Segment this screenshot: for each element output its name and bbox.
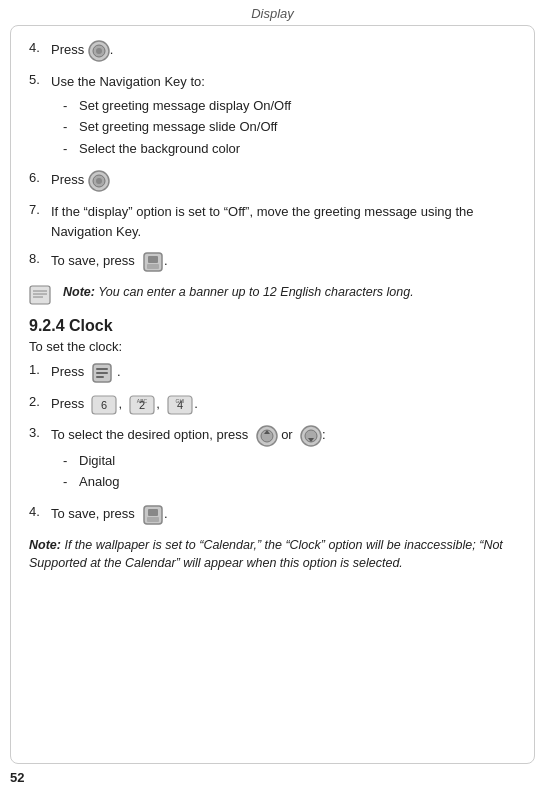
key-4-icon: 4 GHI	[167, 395, 193, 415]
clock-step-1-content: Press .	[51, 362, 516, 384]
note-1: Note: You can enter a banner up to 12 En…	[29, 283, 516, 307]
key-2-icon: 2 ABC	[129, 395, 155, 415]
svg-point-5	[96, 178, 102, 184]
step-4: 4. Press .	[29, 40, 516, 62]
sub-item-1: - Set greeting message display On/Off	[63, 96, 516, 116]
step-5-content: Use the Navigation Key to: - Set greetin…	[51, 72, 516, 160]
main-content: 4. Press . 5. Use the Navigation Key to:…	[10, 25, 535, 764]
section-title: 9.2.4 Clock	[29, 317, 516, 335]
sub-item-2: - Set greeting message slide On/Off	[63, 117, 516, 137]
step-5: 5. Use the Navigation Key to: - Set gree…	[29, 72, 516, 160]
note-icon	[29, 285, 51, 305]
header-title: Display	[251, 6, 294, 21]
sub-item-2-text: Set greeting message slide On/Off	[79, 117, 277, 137]
clock-step-1: 1. Press .	[29, 362, 516, 384]
section-subtitle: To set the clock:	[29, 339, 516, 354]
svg-text:6: 6	[101, 399, 107, 411]
note-1-body: You can enter a banner up to 12 English …	[98, 285, 414, 299]
sub-item-1-text: Set greeting message display On/Off	[79, 96, 291, 116]
step-8-content: To save, press .	[51, 251, 516, 273]
footer: 52	[0, 764, 545, 789]
svg-rect-15	[96, 372, 108, 374]
ok-button-icon	[88, 40, 110, 62]
clock-step-4-content: To save, press .	[51, 504, 516, 526]
svg-text:GHI: GHI	[176, 398, 185, 404]
sub-item-3: - Select the background color	[63, 139, 516, 159]
step-7-num: 7.	[29, 202, 51, 217]
step-6-num: 6.	[29, 170, 51, 185]
clock-step-2-content: Press 6 , 2 ABC , 4 GHI .	[51, 394, 516, 415]
note-2-label: Note:	[29, 538, 61, 552]
svg-rect-8	[147, 264, 159, 269]
svg-text:ABC: ABC	[137, 398, 148, 404]
step-5-sublist: - Set greeting message display On/Off - …	[63, 96, 516, 159]
clock-step-3-num: 3.	[29, 425, 51, 440]
note-icon-box	[29, 285, 57, 307]
key-6-icon: 6	[91, 395, 117, 415]
svg-rect-14	[96, 368, 108, 370]
section-name: Clock	[69, 317, 113, 334]
step-4-content: Press .	[51, 40, 516, 62]
nav-down-icon	[300, 425, 322, 447]
svg-rect-32	[148, 509, 158, 516]
step-8: 8. To save, press .	[29, 251, 516, 273]
svg-rect-9	[30, 286, 50, 304]
clock-step-3: 3. To select the desired option, press o…	[29, 425, 516, 494]
clock-sub-1-text: Digital	[79, 451, 115, 471]
step-5-text: Use the Navigation Key to:	[51, 74, 205, 89]
step-7: 7. If the “display” option is set to “Of…	[29, 202, 516, 241]
step-6-content: Press	[51, 170, 516, 192]
clock-step-3-text: To select the desired option, press or :	[51, 427, 326, 442]
ok-button-icon-2	[88, 170, 110, 192]
clock-step-2-num: 2.	[29, 394, 51, 409]
note-2-text: Note: If the wallpaper is set to “Calend…	[29, 536, 516, 574]
step-6: 6. Press	[29, 170, 516, 192]
clock-sub-2-text: Analog	[79, 472, 119, 492]
sub-item-3-text: Select the background color	[79, 139, 240, 159]
note-1-text: Note: You can enter a banner up to 12 En…	[63, 283, 414, 302]
step-7-content: If the “display” option is set to “Off”,…	[51, 202, 516, 241]
note-1-label: Note:	[63, 285, 95, 299]
menu-icon	[91, 362, 113, 384]
clock-step-4: 4. To save, press .	[29, 504, 516, 526]
clock-step-3-content: To select the desired option, press or :…	[51, 425, 516, 494]
step-5-num: 5.	[29, 72, 51, 87]
clock-step-1-num: 1.	[29, 362, 51, 377]
step-4-num: 4.	[29, 40, 51, 55]
svg-rect-33	[147, 517, 159, 522]
clock-step-4-num: 4.	[29, 504, 51, 519]
note-2-body: If the wallpaper is set to “Calendar,” t…	[29, 538, 503, 571]
clock-sub-2: - Analog	[63, 472, 516, 492]
clock-sub-1: - Digital	[63, 451, 516, 471]
section-id: 9.2.4	[29, 317, 65, 334]
clock-step-2: 2. Press 6 , 2 ABC , 4 GHI .	[29, 394, 516, 415]
nav-up-icon	[256, 425, 278, 447]
page-number: 52	[10, 770, 24, 785]
save-icon-1	[142, 251, 164, 273]
note-2: Note: If the wallpaper is set to “Calend…	[29, 536, 516, 574]
step-8-num: 8.	[29, 251, 51, 266]
svg-rect-7	[148, 256, 158, 263]
clock-step-3-sublist: - Digital - Analog	[63, 451, 516, 492]
svg-rect-16	[96, 376, 104, 378]
save-icon-2	[142, 504, 164, 526]
page-header: Display	[0, 0, 545, 23]
svg-point-2	[96, 48, 102, 54]
